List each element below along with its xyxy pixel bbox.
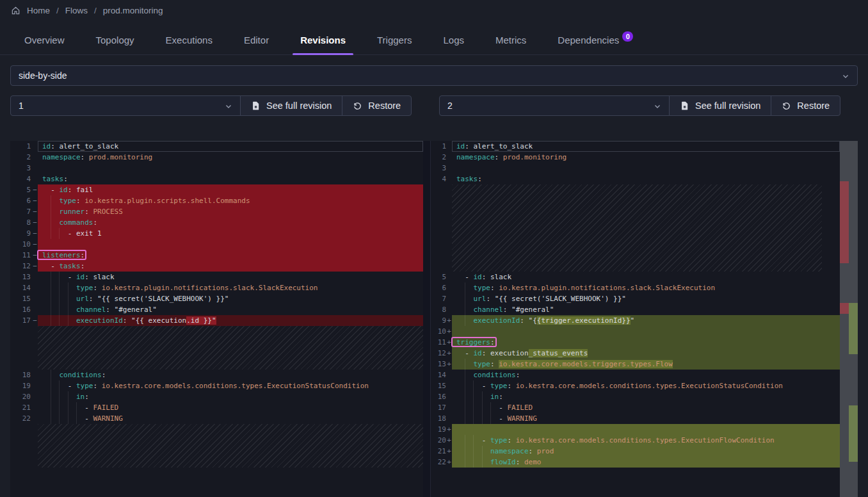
code-line: 11−listeners: (10, 250, 423, 261)
line-number: 19 (10, 380, 32, 391)
diff-sign (446, 163, 452, 174)
line-number: 22 (10, 413, 32, 424)
line-number: 19 (431, 424, 446, 435)
revision-diff-editor: 1id: alert_to_slack2namespace: prod.moni… (10, 141, 858, 497)
code-line: 3 (10, 163, 423, 174)
home-icon[interactable] (11, 6, 20, 15)
see-full-revision-button-left[interactable]: See full revision (240, 95, 342, 116)
code-line: 18 - WARNING (431, 413, 840, 424)
breadcrumb: Home/Flows/prod.monitoring (0, 0, 868, 15)
diff-spacer (431, 184, 840, 272)
line-number: 5 (431, 272, 446, 282)
code-line: 17− executionId: "{{ execution.id }}" (10, 315, 423, 326)
ruler-add-segment (849, 303, 858, 354)
diff-spacer (10, 424, 423, 468)
revision-select-right[interactable]: 2 (439, 95, 670, 116)
code-line: 18 conditions: (10, 370, 423, 380)
diff-sign: − (32, 250, 38, 261)
line-number: 15 (431, 380, 446, 391)
line-number: 10 (431, 326, 446, 337)
code-line: 12− - tasks: (10, 261, 423, 272)
chevron-down-icon (654, 102, 661, 110)
line-number: 8 (431, 304, 446, 315)
code-line: 14 conditions: (431, 370, 840, 380)
tab-logs[interactable]: Logs (435, 29, 472, 54)
line-number: 1 (10, 141, 32, 152)
code-line: 21+ namespace: prod (431, 446, 840, 457)
tab-executions[interactable]: Executions (158, 29, 220, 54)
line-number: 14 (10, 282, 32, 293)
see-full-revision-button-right[interactable]: See full revision (669, 95, 771, 116)
chevron-down-icon (842, 72, 849, 79)
overview-ruler-scrollbar[interactable] (840, 141, 858, 497)
line-number: 20 (10, 391, 32, 402)
diff-sign (32, 163, 38, 174)
diff-sign: − (32, 315, 38, 326)
diff-sign: − (32, 261, 38, 272)
diff-pane-original[interactable]: 1id: alert_to_slack2namespace: prod.moni… (10, 141, 423, 497)
diff-sign: + (446, 337, 452, 348)
line-number: 3 (10, 163, 32, 174)
diff-sign: − (32, 217, 38, 228)
code-line: 20 in: (10, 391, 423, 402)
code-line: 1id: alert_to_slack (431, 141, 840, 152)
line-number: 2 (431, 152, 446, 163)
line-number: 10 (10, 239, 32, 250)
breadcrumb-separator: / (94, 6, 97, 15)
tab-revisions[interactable]: Revisions (293, 29, 353, 54)
diff-sign (446, 141, 452, 152)
code-line: 20+ - type: io.kestra.core.models.condit… (431, 435, 840, 446)
diff-sign: + (446, 435, 452, 446)
tab-dependencies[interactable]: Dependencies0 (550, 29, 641, 54)
diff-sign (32, 152, 38, 163)
diff-sign (446, 402, 452, 413)
restore-button-left[interactable]: Restore (342, 95, 412, 116)
ruler-add-segment (849, 405, 858, 462)
diff-sign (32, 304, 38, 315)
line-number: 4 (10, 174, 32, 184)
line-number: 22 (431, 457, 446, 468)
diff-sign (446, 413, 452, 424)
line-number: 6 (10, 195, 32, 206)
code-line: 22 - WARNING (10, 413, 423, 424)
chevron-down-icon (225, 102, 232, 110)
breadcrumb-item-prod.monitoring[interactable]: prod.monitoring (103, 6, 163, 15)
dependencies-count-badge: 0 (622, 31, 633, 42)
code-line: 5− - id: fail (10, 184, 423, 195)
see-full-revision-label: See full revision (266, 101, 332, 111)
code-line: 11+triggers: (431, 337, 840, 348)
tab-triggers[interactable]: Triggers (369, 29, 419, 54)
diff-sign (446, 174, 452, 184)
tab-overview[interactable]: Overview (17, 29, 72, 54)
line-number: 12 (10, 261, 32, 272)
diff-sash[interactable] (423, 141, 431, 497)
tab-editor[interactable]: Editor (236, 29, 277, 54)
line-number: 6 (431, 282, 446, 293)
diff-view-mode-select[interactable]: side-by-side (10, 65, 858, 86)
tab-metrics[interactable]: Metrics (488, 29, 534, 54)
breadcrumb-item-flows[interactable]: Flows (65, 6, 88, 15)
line-number: 9 (10, 228, 32, 239)
line-number: 3 (431, 163, 446, 174)
diff-sign (446, 304, 452, 315)
revision-controls: 1 See full revision Restore 2 See full r… (10, 95, 858, 116)
code-line: 16 in: (431, 391, 840, 402)
diff-sign (446, 272, 452, 282)
tab-topology[interactable]: Topology (88, 29, 142, 54)
diff-pane-modified[interactable]: 1id: alert_to_slack2namespace: prod.moni… (431, 141, 858, 497)
code-line: 2namespace: prod.monitoring (431, 152, 840, 163)
code-line: 16 channel: "#general" (10, 304, 423, 315)
line-number: 12 (431, 348, 446, 359)
ruler-del-segment (840, 303, 849, 314)
line-number: 11 (10, 250, 32, 261)
line-number: 2 (10, 152, 32, 163)
revision-select-left[interactable]: 1 (10, 95, 241, 116)
restore-button-right[interactable]: Restore (771, 95, 840, 116)
diff-view-mode-value: side-by-side (19, 70, 67, 81)
code-line: 17 - FAILED (431, 402, 840, 413)
line-number: 21 (10, 402, 32, 413)
diff-sign (446, 391, 452, 402)
code-line: 2namespace: prod.monitoring (10, 152, 423, 163)
diff-sign: + (446, 348, 452, 359)
breadcrumb-item-home[interactable]: Home (27, 6, 50, 15)
